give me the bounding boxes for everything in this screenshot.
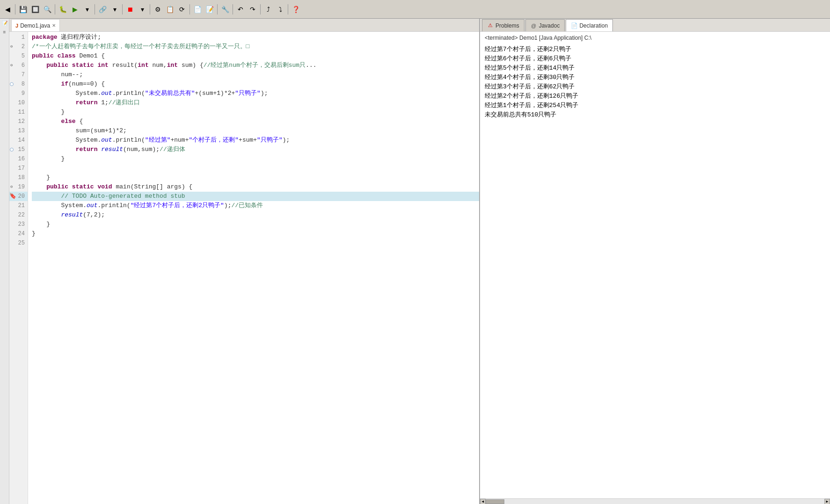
toolbar-new-btn[interactable]: 🔗: [97, 4, 108, 15]
sidebar-icon-2[interactable]: ≡: [1, 30, 8, 37]
right-scroll: ◀ ▶: [480, 498, 830, 504]
editor-tab-demo1[interactable]: J Demo1.java ✕: [11, 19, 60, 31]
toolbar-run-btn[interactable]: ▶: [69, 4, 80, 15]
console-line-2: 经过第6个村子后，还剩6只鸭子: [485, 54, 825, 64]
tab-close-btn[interactable]: ✕: [52, 23, 56, 28]
toolbar-sep-1: [15, 4, 15, 14]
toolbar-droparrow-btn[interactable]: ▾: [81, 4, 93, 15]
code-line-7: num--;: [32, 70, 479, 79]
console-header: <terminated> Demo1 [Java Application] C:…: [485, 35, 825, 41]
line-num-15: 15: [9, 145, 28, 154]
fold-icon-2[interactable]: ⊖: [10, 42, 13, 51]
toolbar-next-btn[interactable]: ⤵: [275, 4, 286, 15]
toolbar-sep-4: [122, 4, 123, 14]
tab-javadoc[interactable]: @ Javadoc: [525, 19, 565, 31]
line-num-20: 🔖 20: [9, 192, 28, 201]
toolbar-back-btn[interactable]: ◀: [2, 4, 13, 15]
scroll-track: [486, 499, 824, 504]
code-line-2: /*一个人赶着鸭子去每个村庄卖，每经过一个村子卖去所赶鸭子的一半又一只。□: [32, 42, 479, 51]
toolbar-back2-btn[interactable]: ↶: [235, 4, 246, 15]
code-content[interactable]: package 递归程序设计; /*一个人赶着鸭子去每个村庄卖，每经过一个村子卖…: [28, 32, 479, 504]
line-num-21: 21: [9, 201, 28, 210]
left-sidebar: 📝 ≡: [0, 19, 9, 504]
fold-icon-6[interactable]: ⊖: [10, 61, 13, 70]
code-line-12: else {: [32, 117, 479, 126]
toolbar-droparrow3-btn[interactable]: ▾: [137, 4, 148, 15]
tab-file-icon: J: [15, 23, 18, 29]
toolbar-sep-7: [217, 4, 218, 14]
line-num-8: 8: [9, 79, 28, 89]
javadoc-icon: @: [531, 22, 537, 29]
tab-declaration[interactable]: 📄 Declaration: [566, 19, 613, 31]
line-num-7: 7: [9, 70, 28, 79]
code-line-5: public class Demo1 {: [32, 51, 479, 61]
code-line-15: return result(num,sum);//递归体: [32, 145, 479, 154]
line-num-25: 25: [9, 238, 28, 248]
toolbar-find-btn[interactable]: 🔍: [42, 4, 53, 15]
tab-problems[interactable]: ⚠ Problems: [482, 19, 524, 31]
line-num-1: 1: [9, 33, 28, 42]
toolbar-stop-btn[interactable]: ⏹: [124, 4, 136, 15]
toolbar-save-btn[interactable]: 💾: [17, 4, 29, 15]
code-line-10: return 1;//递归出口: [32, 98, 479, 108]
toolbar-sep-10: [288, 4, 288, 14]
line-num-17: 17: [9, 164, 28, 173]
line-num-2: ⊖ 2: [9, 42, 28, 51]
code-line-18: }: [32, 173, 479, 182]
toolbar-info-btn[interactable]: 📄: [192, 4, 203, 15]
code-line-23: }: [32, 220, 479, 229]
toolbar-settings-btn[interactable]: 🔧: [219, 4, 231, 15]
toolbar-forward-btn[interactable]: ↷: [247, 4, 258, 15]
toolbar-sep-9: [260, 4, 261, 14]
code-line-9: System.out.println("未交易前总共有"+(sum+1)*2+"…: [32, 89, 479, 98]
tab-bar: J Demo1.java ✕: [9, 19, 479, 32]
code-line-25: [32, 238, 479, 248]
code-line-14: System.out.println("经过第"+num+"个村子后，还剩"+s…: [32, 136, 479, 145]
scroll-left-btn[interactable]: ◀: [480, 499, 486, 504]
line-num-13: 13: [9, 126, 28, 136]
line-num-23: 23: [9, 220, 28, 229]
scroll-thumb[interactable]: [486, 499, 504, 504]
console-line-7: 经过第1个村子后，还剩254只鸭子: [485, 101, 825, 110]
code-line-8: if(num==0) {: [32, 79, 479, 89]
code-line-13: sum=(sum+1)*2;: [32, 126, 479, 136]
toolbar: ◀ 💾 🔲 🔍 🐛 ▶ ▾ 🔗 ▾ ⏹ ▾ ⚙ 📋 ⟳ 📄 📝 🔧 ↶ ↷ ⤴ …: [0, 0, 830, 19]
toolbar-debug-btn[interactable]: 🐛: [57, 4, 68, 15]
console-line-3: 经过第5个村子后，还剩14只鸭子: [485, 64, 825, 73]
console-line-4: 经过第4个村子后，还剩30只鸭子: [485, 73, 825, 82]
toolbar-build-btn[interactable]: ⚙: [152, 4, 163, 15]
line-num-12: 12: [9, 117, 28, 126]
code-line-22: result(7,2);: [32, 210, 479, 220]
console-line-6: 经过第2个村子后，还剩126只鸭子: [485, 92, 825, 101]
line-num-5: 5: [9, 51, 28, 61]
toolbar-prev-btn[interactable]: ⤴: [262, 4, 274, 15]
line-num-24: 24: [9, 229, 28, 238]
toolbar-droparrow2-btn[interactable]: ▾: [109, 4, 120, 15]
console-line-8: 未交易前总共有510只鸭子: [485, 110, 825, 120]
toolbar-docs-btn[interactable]: 📝: [204, 4, 215, 15]
tab-problems-label: Problems: [495, 22, 519, 29]
right-tabs: ⚠ Problems @ Javadoc 📄 Declaration: [480, 19, 830, 32]
scroll-right-btn[interactable]: ▶: [824, 499, 830, 504]
toolbar-search-btn[interactable]: 🔲: [29, 4, 41, 15]
toolbar-copy-btn[interactable]: 📋: [164, 4, 175, 15]
toolbar-sep-2: [55, 4, 55, 14]
sidebar-icon-1[interactable]: 📝: [1, 21, 8, 28]
toolbar-refresh-btn[interactable]: ⟳: [176, 4, 188, 15]
toolbar-help-btn[interactable]: ❓: [290, 4, 301, 15]
line-num-11: 11: [9, 108, 28, 117]
tab-javadoc-label: Javadoc: [539, 22, 560, 29]
line-num-16: 16: [9, 154, 28, 164]
code-line-1: package 递归程序设计;: [32, 33, 479, 42]
console-line-5: 经过第3个村子后，还剩62只鸭子: [485, 82, 825, 92]
code-line-6: public static int result(int num,int sum…: [32, 61, 479, 70]
code-line-21: System.out.println("经过第7个村子后，还剩2只鸭子");//…: [32, 201, 479, 210]
line-num-19: ⊖ 19: [9, 182, 28, 192]
fold-icon-19[interactable]: ⊖: [10, 182, 13, 192]
right-panel: ⚠ Problems @ Javadoc 📄 Declaration <term…: [479, 19, 830, 504]
toolbar-sep-3: [95, 4, 95, 14]
line-num-14: 14: [9, 136, 28, 145]
code-line-11: }: [32, 108, 479, 117]
tab-label: Demo1.java: [20, 22, 50, 29]
code-line-20: // TODO Auto-generated method stub: [32, 192, 479, 201]
